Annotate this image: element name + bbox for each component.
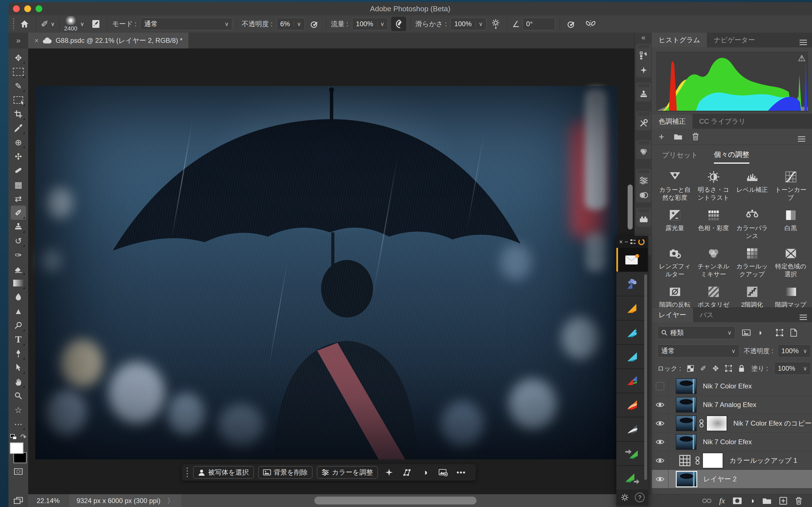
lock-pixels-icon[interactable]: ✐ xyxy=(700,364,706,373)
nik-plugin-mail[interactable] xyxy=(616,248,648,272)
canvas-area[interactable] xyxy=(28,48,635,494)
layer-thumbnail[interactable] xyxy=(676,415,697,431)
nik-help-icon[interactable]: ? xyxy=(635,493,645,502)
adjustment-photo-filter[interactable]: レンズフィルター xyxy=(656,247,693,278)
tool-more[interactable]: ⋯ xyxy=(11,417,26,431)
folder-icon[interactable] xyxy=(674,133,682,140)
close-tab-icon[interactable]: × xyxy=(35,36,39,45)
nik-plugin-analog-efex[interactable] xyxy=(616,393,648,417)
layer-mask-link-icon[interactable] xyxy=(699,419,704,428)
tool-mixer-brush[interactable]: ✑ xyxy=(11,248,26,262)
brush-preset-picker[interactable]: 2400 ∨ xyxy=(64,16,84,32)
add-image-button[interactable] xyxy=(437,466,450,479)
lock-all-icon[interactable] xyxy=(739,364,745,372)
subtab-single-adjustments[interactable]: 個々の調整 xyxy=(714,150,749,164)
add-adjustment-icon[interactable]: + xyxy=(659,131,664,142)
trash-icon[interactable] xyxy=(692,133,699,140)
tool-brush[interactable]: ✐ xyxy=(11,206,26,220)
visibility-toggle[interactable] xyxy=(652,414,668,432)
panel-menu-icon[interactable] xyxy=(800,315,807,316)
subtab-presets[interactable]: プリセット xyxy=(662,151,698,163)
adjustments-panel-button[interactable] xyxy=(636,173,651,188)
adjustment-vibrance[interactable]: カラーと自然な彩度 xyxy=(656,171,693,202)
tool-gradient[interactable] xyxy=(11,276,26,290)
select-subject-button[interactable]: 被写体を選択 xyxy=(193,466,254,478)
plugins-panel-button[interactable] xyxy=(636,212,651,227)
adjustment-black-white[interactable]: 白黒 xyxy=(772,209,809,240)
tool-pen[interactable] xyxy=(11,346,26,360)
nik-plugin-viveza[interactable] xyxy=(616,296,648,321)
blend-panel-button[interactable] xyxy=(636,188,651,203)
tool-options-panel-button[interactable] xyxy=(636,116,651,130)
tab-paths[interactable]: パス xyxy=(693,307,720,322)
list-view-icon[interactable] xyxy=(798,136,805,137)
layer-row[interactable]: Nik 7 Color Efex のコピー xyxy=(652,414,812,433)
tool-remove[interactable]: ✣ xyxy=(11,149,26,163)
layer-mask-thumbnail[interactable] xyxy=(706,415,727,431)
ai-edit-panel-button[interactable] xyxy=(636,63,651,77)
tool-blur[interactable] xyxy=(11,290,26,304)
pressure-size-button[interactable] xyxy=(564,17,578,31)
layer-fill-input[interactable]: 100% ∨ xyxy=(774,362,811,375)
layer-thumbnail[interactable] xyxy=(676,378,697,394)
visibility-toggle[interactable] xyxy=(652,470,668,488)
canvas-vertical-scrollbar[interactable] xyxy=(627,184,633,230)
zoom-level[interactable]: 22.14% xyxy=(37,497,59,505)
tool-eyedropper[interactable] xyxy=(11,121,26,135)
tool-crop[interactable] xyxy=(11,107,26,121)
opacity-input[interactable]: 6% ∨ xyxy=(276,18,305,30)
layer-mask-thumbnail[interactable] xyxy=(702,453,723,468)
tab-histogram[interactable]: ヒストグラム xyxy=(652,33,707,47)
tool-selection-brush[interactable]: ✎ xyxy=(11,79,26,93)
nik-plugin-presharpener[interactable] xyxy=(616,442,648,466)
background-color-chip[interactable] xyxy=(13,452,27,463)
minimize-window-button[interactable] xyxy=(24,5,31,12)
visibility-toggle[interactable] xyxy=(652,433,668,451)
tool-preset-picker[interactable]: ✐ ∨ xyxy=(41,18,55,29)
layer-row[interactable]: Nik 7 Color Efex xyxy=(652,377,812,395)
nik-plugin-dfine[interactable] xyxy=(616,272,648,296)
foreground-background-colors[interactable] xyxy=(9,442,28,463)
airbrush-toggle-button[interactable] xyxy=(391,17,406,31)
tool-clone-stamp[interactable] xyxy=(11,220,26,234)
remove-background-button[interactable]: 背景を削除 xyxy=(258,466,313,478)
task-bar-grip[interactable] xyxy=(186,467,189,478)
nik-scrollbar[interactable] xyxy=(644,274,647,480)
lock-transparency-icon[interactable] xyxy=(687,365,694,372)
delete-layer-icon[interactable] xyxy=(795,497,802,505)
zoom-window-button[interactable] xyxy=(36,5,42,12)
nik-minimize-icon[interactable]: − xyxy=(624,238,628,245)
document-tab[interactable]: × G88.psdc @ 22.1% (レイヤー 2, RGB/8) * xyxy=(28,33,189,48)
color-mixer-panel-button[interactable] xyxy=(636,145,651,159)
new-adjustment-icon[interactable]: ◑ xyxy=(750,496,755,505)
tool-move[interactable]: ✥ xyxy=(11,51,26,65)
close-window-button[interactable] xyxy=(13,5,20,12)
tab-layers[interactable]: レイヤー xyxy=(652,307,693,322)
smoothing-options-button[interactable]: ▾ xyxy=(489,17,503,31)
quick-mask-button[interactable] xyxy=(11,464,26,478)
tool-healing-brush[interactable] xyxy=(11,163,26,177)
adjustment-curves[interactable]: トーンカーブ xyxy=(772,171,809,202)
histogram-warning-icon[interactable]: ⚠ xyxy=(798,53,806,63)
nik-plugin-output-sharpener[interactable] xyxy=(616,466,648,490)
layer-opacity-input[interactable]: 100% ∨ xyxy=(778,344,811,357)
document-image[interactable] xyxy=(35,86,617,459)
brush-angle-input[interactable]: 0° xyxy=(522,18,555,30)
layer-style-icon[interactable]: fx xyxy=(719,496,725,505)
layer-row-selected[interactable]: レイヤー 2 xyxy=(652,470,812,489)
tab-adjustments[interactable]: 色調補正 xyxy=(652,114,693,129)
panel-menu-icon[interactable] xyxy=(800,40,807,41)
lock-position-icon[interactable]: ✥ xyxy=(712,364,719,373)
adjustment-color-lookup[interactable]: カラールックアップ xyxy=(733,247,770,278)
tool-eraser[interactable] xyxy=(11,262,26,276)
pressure-opacity-button[interactable] xyxy=(308,17,322,31)
flow-input[interactable]: 100% ∨ xyxy=(352,18,388,30)
adjust-color-button[interactable]: カラーを調整 xyxy=(317,466,378,478)
adjustment-color-balance[interactable]: カラーバランス xyxy=(733,209,770,240)
layer-filter-select[interactable]: 種類 ∨ xyxy=(658,326,735,339)
history-panel-button[interactable] xyxy=(636,48,651,63)
layer-row[interactable]: Nik 7 Analog Efex xyxy=(652,395,812,414)
nik-plugin-silver-efex[interactable] xyxy=(616,417,648,442)
filter-smart-object-icon[interactable] xyxy=(790,329,797,337)
tab-navigator[interactable]: ナビゲーター xyxy=(707,33,762,47)
